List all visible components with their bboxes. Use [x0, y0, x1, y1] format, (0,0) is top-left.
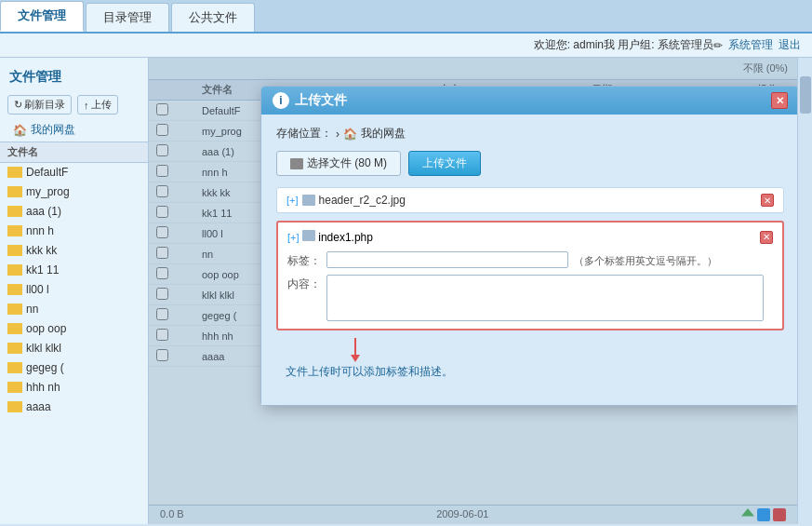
- sidebar-title: 文件管理: [0, 63, 148, 91]
- folder-icon: [7, 284, 22, 295]
- folder-icon: [7, 264, 22, 276]
- file1-close-btn[interactable]: ✕: [761, 194, 774, 207]
- modal-toolbar: 选择文件 (80 M) 上传文件: [276, 151, 784, 176]
- home-icon: 🏠: [13, 124, 27, 137]
- refresh-label: 刷新目录: [24, 98, 65, 112]
- folder-icon: [7, 401, 22, 412]
- modal-header-left: i 上传文件: [273, 92, 347, 109]
- storage-location: 我的网盘: [361, 126, 406, 142]
- list-item[interactable]: nn: [0, 300, 148, 319]
- select-file-btn[interactable]: 选择文件 (80 M): [276, 151, 401, 176]
- upload-file-label: 上传文件: [422, 155, 467, 171]
- right-scrollbar[interactable]: [797, 58, 812, 524]
- content-label: 内容：: [287, 275, 321, 292]
- top-nav: 文件管理 目录管理 公共文件: [0, 0, 812, 34]
- file-list-header: 文件名: [0, 142, 148, 163]
- file2-icon: [302, 230, 315, 241]
- tab-public-files[interactable]: 公共文件: [171, 3, 255, 32]
- tag-input[interactable]: [326, 251, 568, 268]
- folder-icon: [7, 206, 22, 217]
- tab-dir-manager[interactable]: 目录管理: [86, 3, 169, 32]
- list-item[interactable]: DefaultF: [0, 163, 148, 182]
- content-row: 内容：: [287, 275, 773, 321]
- my-disk-label: 我的网盘: [31, 122, 75, 138]
- tag-row: 标签： （多个标签用英文逗号隔开。）: [287, 251, 773, 269]
- list-item[interactable]: aaaa: [0, 398, 148, 417]
- folder-icon: [7, 167, 22, 178]
- modal-body: 存储位置： › 🏠 我的网盘 选择文件 (80 M) 上传文件: [261, 115, 797, 405]
- file2-row: [+] index1.php ✕: [287, 230, 773, 244]
- system-admin-link[interactable]: 系统管理: [728, 37, 773, 53]
- modal-close-btn[interactable]: ✕: [771, 92, 788, 109]
- sidebar-my-disk[interactable]: 🏠 我的网盘: [0, 118, 148, 142]
- sidebar-actions: ↻ 刷新目录 ↑ 上传: [0, 91, 148, 118]
- upload-modal: i 上传文件 ✕ 存储位置： › 🏠 我的网盘: [260, 86, 797, 406]
- info-icon: i: [273, 92, 289, 109]
- welcome-text: 欢迎您: admin我 用户组: 系统管理员: [534, 37, 713, 53]
- select-file-label: 选择文件 (80 M): [307, 155, 387, 171]
- main-area: 文件管理 ↻ 刷新目录 ↑ 上传 🏠 我的网盘 文件名 DefaultF my_…: [0, 58, 812, 524]
- tag-hint: （多个标签用英文逗号隔开。）: [574, 251, 717, 268]
- folder-icon: [7, 343, 22, 354]
- header-bar: 欢迎您: admin我 用户组: 系统管理员 ✏ 系统管理 退出: [0, 34, 812, 58]
- storage-arrow: ›: [336, 128, 339, 141]
- annotation-area: 文件上传时可以添加标签和描述。: [276, 338, 784, 394]
- folder-icon: [7, 382, 22, 393]
- list-item[interactable]: gegeg (: [0, 358, 148, 378]
- list-item[interactable]: kk1 11: [0, 261, 148, 280]
- file2-name: index1.php: [318, 231, 373, 244]
- folder-icon: [7, 323, 22, 334]
- home-icon: 🏠: [343, 128, 357, 141]
- refresh-btn[interactable]: ↻ 刷新目录: [7, 95, 72, 115]
- file2-form: 标签： （多个标签用英文逗号隔开。） 内容：: [287, 251, 773, 321]
- file1-row: [+] header_r2_c2.jpg ✕: [286, 194, 774, 207]
- tab-file-manager[interactable]: 文件管理: [0, 1, 84, 32]
- file1-icon: [302, 195, 315, 206]
- file1-expand-icon[interactable]: [+]: [286, 195, 299, 206]
- list-item[interactable]: kkk kk: [0, 241, 148, 261]
- modal-header: i 上传文件 ✕: [261, 87, 797, 115]
- folder-icon: [7, 225, 22, 236]
- refresh-icon: ↻: [14, 99, 22, 111]
- file2-label: [+] index1.php: [287, 230, 373, 244]
- list-item[interactable]: hhh nh: [0, 378, 148, 398]
- list-item[interactable]: klkl klkl: [0, 339, 148, 358]
- upload-sidebar-btn[interactable]: ↑ 上传: [77, 95, 118, 115]
- upload-sidebar-icon: ↑: [84, 100, 89, 111]
- upload-file-btn[interactable]: 上传文件: [408, 151, 481, 176]
- sidebar-file-list: DefaultF my_prog aaa (1) nnn h kkk kk kk…: [0, 163, 148, 417]
- upload-sidebar-label: 上传: [91, 98, 112, 112]
- annotation-text: 文件上传时可以添加标签和描述。: [286, 365, 453, 378]
- logout-link[interactable]: 退出: [779, 37, 801, 53]
- file1-section: [+] header_r2_c2.jpg ✕: [276, 187, 784, 213]
- list-item[interactable]: aaa (1): [0, 202, 148, 222]
- file2-close-btn[interactable]: ✕: [760, 231, 773, 244]
- storage-prefix: 存储位置：: [276, 126, 332, 142]
- folder-icon: [7, 303, 22, 315]
- file2-detail: [+] index1.php ✕ 标签： （多个标签用英文逗号隔开。）: [276, 221, 784, 330]
- list-item[interactable]: ll00 l: [0, 280, 148, 300]
- list-item[interactable]: my_prog: [0, 182, 148, 202]
- file1-label: [+] header_r2_c2.jpg: [286, 194, 406, 207]
- list-item[interactable]: nnn h: [0, 222, 148, 241]
- content-input[interactable]: [326, 275, 764, 321]
- header-divider: ✏: [713, 39, 723, 52]
- tag-label: 标签：: [287, 251, 321, 269]
- file-select-icon: [290, 158, 303, 169]
- file2-expand-icon[interactable]: [+]: [287, 232, 300, 243]
- modal-title: 上传文件: [295, 92, 347, 109]
- sidebar: 文件管理 ↻ 刷新目录 ↑ 上传 🏠 我的网盘 文件名 DefaultF my_…: [0, 58, 149, 524]
- content-area: 不限 (0%) 文件名 大小 日期 操作 DefaultF my_prog: [149, 58, 797, 524]
- folder-icon: [7, 186, 22, 197]
- folder-icon: [7, 362, 22, 373]
- storage-path: 存储位置： › 🏠 我的网盘: [276, 126, 784, 142]
- scroll-thumb[interactable]: [800, 76, 811, 114]
- file1-name: header_r2_c2.jpg: [319, 194, 406, 207]
- list-item[interactable]: oop oop: [0, 319, 148, 339]
- folder-icon: [7, 245, 22, 256]
